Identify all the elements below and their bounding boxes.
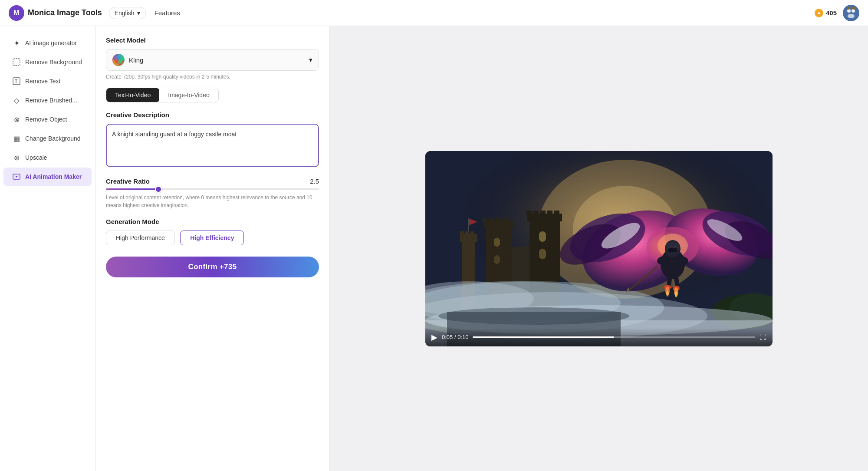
tab-text-to-video[interactable]: Text-to-Video	[106, 88, 159, 102]
text-icon: T	[12, 77, 21, 86]
svg-rect-22	[460, 231, 464, 236]
svg-point-52	[438, 307, 629, 325]
sidebar-item-label: Change Background	[25, 135, 81, 142]
model-left: Kling	[112, 54, 143, 66]
chevron-down-icon: ▾	[137, 10, 140, 16]
confirm-coins: +735	[220, 263, 237, 271]
video-player: ▶ 0:05 / 0:10 ⛶	[425, 151, 773, 346]
creative-ratio-value: 2.5	[310, 178, 319, 185]
language-selector[interactable]: English ▾	[109, 7, 146, 19]
header: M Monica Image Tools English ▾ Features …	[0, 0, 868, 26]
ratio-row: Creative Ratio 2.5	[106, 178, 319, 185]
sidebar-item-change-background[interactable]: ▦ Change Background	[3, 129, 92, 148]
coin-icon: ●	[815, 9, 823, 17]
sidebar-item-remove-brushed[interactable]: ◇ Remove Brushed...	[3, 91, 92, 109]
object-icon: ⊗	[12, 115, 21, 124]
confirm-label: Confirm	[188, 263, 217, 271]
sidebar-item-ai-animation[interactable]: AI Animation Maker	[3, 168, 92, 186]
svg-rect-40	[547, 211, 552, 216]
app-body: ✦ AI image generator Remove Background T…	[0, 26, 868, 471]
svg-rect-39	[540, 211, 546, 216]
svg-rect-31	[496, 217, 500, 223]
ratio-slider-fill	[106, 188, 159, 190]
tab-image-to-video[interactable]: Image-to-Video	[159, 88, 218, 102]
generation-mode-options: High Performance High Efficiency	[106, 231, 319, 250]
control-panel: Select Model Kling ▾ Create 720p, 30fps …	[95, 26, 330, 471]
sidebar-item-remove-background[interactable]: Remove Background	[3, 53, 92, 71]
gen-mode-high-performance[interactable]: High Performance	[106, 231, 175, 245]
upscale-icon: ⊕	[12, 153, 21, 162]
svg-point-2	[852, 9, 855, 13]
svg-rect-42	[539, 231, 546, 242]
model-name: Kling	[129, 56, 143, 64]
sidebar-item-remove-object[interactable]: ⊗ Remove Object	[3, 110, 92, 128]
svg-rect-43	[539, 249, 546, 259]
sidebar-item-remove-text[interactable]: T Remove Text	[3, 72, 92, 90]
coins-badge: ● 405	[815, 9, 837, 17]
creative-desc-title: Creative Description	[106, 111, 319, 119]
select-model-title: Select Model	[106, 36, 319, 44]
sidebar-item-ai-image-gen[interactable]: ✦ AI image generator	[3, 34, 92, 52]
video-progress-bar[interactable]	[473, 336, 755, 338]
svg-rect-29	[483, 217, 487, 223]
video-background	[425, 151, 773, 346]
app-title: Monica Image Tools	[28, 8, 102, 17]
avatar[interactable]	[843, 5, 859, 21]
svg-rect-32	[503, 217, 507, 223]
confirm-button[interactable]: Confirm +735	[106, 257, 319, 277]
svg-rect-30	[490, 217, 494, 223]
svg-rect-37	[526, 211, 532, 216]
svg-rect-24	[470, 231, 474, 236]
gen-mode-high-efficiency[interactable]: High Efficiency	[180, 231, 244, 245]
svg-rect-41	[554, 211, 559, 216]
ratio-slider-description: Level of original content retention, whe…	[106, 194, 319, 209]
features-link[interactable]: Features	[155, 9, 180, 16]
video-controls: ▶ 0:05 / 0:10 ⛶	[425, 328, 773, 346]
language-label: English	[115, 10, 135, 16]
sparkle-icon: ✦	[12, 39, 21, 47]
svg-rect-33	[494, 238, 500, 247]
logo-area: M Monica Image Tools	[9, 5, 102, 21]
play-button[interactable]: ▶	[431, 333, 437, 342]
sidebar: ✦ AI image generator Remove Background T…	[0, 26, 95, 471]
change-bg-icon: ▦	[12, 134, 21, 143]
svg-rect-23	[465, 231, 469, 236]
svg-point-78	[675, 291, 677, 297]
coins-count: 405	[826, 9, 837, 16]
creative-ratio-label: Creative Ratio	[106, 178, 150, 185]
brush-icon: ◇	[12, 96, 21, 105]
sidebar-item-label: Remove Background	[25, 59, 82, 66]
ratio-slider-thumb[interactable]	[155, 186, 162, 193]
model-description: Create 720p, 30fps high-quality videos i…	[106, 73, 319, 81]
animation-icon	[12, 172, 21, 181]
video-progress-fill	[473, 336, 614, 338]
creative-description-input[interactable]	[106, 124, 319, 167]
sidebar-item-label: AI image generator	[25, 40, 77, 46]
generation-mode-title: Generation Mode	[106, 218, 319, 225]
fullscreen-button[interactable]: ⛶	[760, 333, 766, 341]
svg-point-4	[847, 7, 850, 10]
ratio-slider-track	[106, 188, 319, 190]
main-content-area: ▶ 0:05 / 0:10 ⛶	[330, 26, 868, 471]
logo-icon: M	[9, 5, 24, 21]
svg-rect-38	[533, 211, 539, 216]
model-logo	[112, 54, 125, 66]
svg-point-0	[843, 5, 859, 21]
remove-bg-icon	[12, 58, 21, 66]
svg-rect-6	[13, 59, 20, 66]
sidebar-item-label: AI Animation Maker	[25, 173, 82, 180]
sidebar-item-label: Upscale	[25, 154, 47, 161]
svg-point-3	[848, 14, 855, 18]
model-dropdown[interactable]: Kling ▾	[106, 49, 319, 71]
svg-rect-34	[494, 255, 500, 264]
video-tab-row: Text-to-Video Image-to-Video	[106, 88, 219, 102]
sidebar-item-upscale[interactable]: ⊕ Upscale	[3, 148, 92, 167]
svg-text:T: T	[15, 79, 17, 84]
svg-rect-66	[668, 248, 677, 252]
header-right: ● 405	[815, 5, 859, 21]
svg-point-1	[847, 9, 851, 13]
sidebar-item-label: Remove Object	[25, 116, 67, 123]
video-time: 0:05 / 0:10	[442, 334, 468, 340]
svg-point-77	[666, 290, 669, 296]
sidebar-item-label: Remove Brushed...	[25, 97, 77, 104]
